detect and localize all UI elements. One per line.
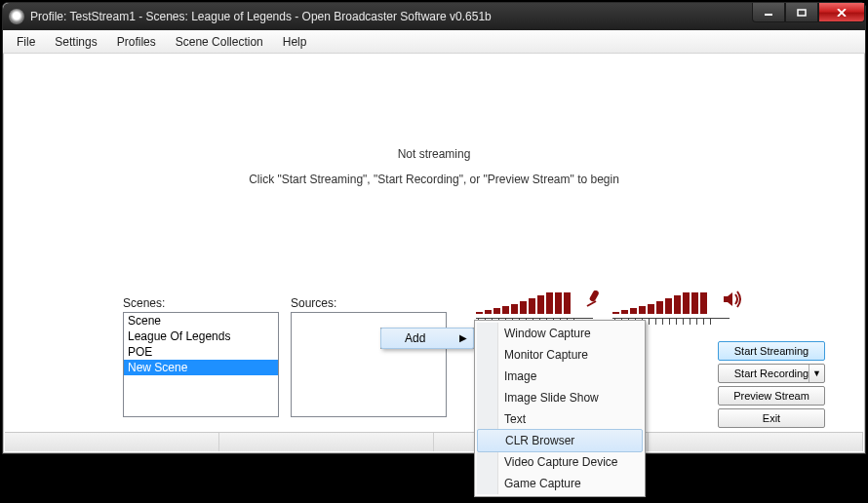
svg-rect-2 xyxy=(589,290,600,302)
menu-help[interactable]: Help xyxy=(273,31,317,53)
status-hint: Click "Start Streaming", "Start Recordin… xyxy=(4,173,864,186)
minimize-button[interactable] xyxy=(752,3,785,22)
submenu-arrow-icon: ▶ xyxy=(459,332,467,343)
context-menu-add: Add ▶ xyxy=(380,328,474,349)
preview-stream-button[interactable]: Preview Stream xyxy=(718,386,825,406)
svg-line-3 xyxy=(587,301,596,306)
speaker-icon[interactable] xyxy=(724,290,743,313)
window-controls xyxy=(752,3,865,22)
start-streaming-button[interactable]: Start Streaming xyxy=(718,341,825,361)
scene-item[interactable]: Scene xyxy=(124,313,278,329)
client-area: Not streaming Click "Start Streaming", "… xyxy=(3,54,865,453)
mic-meter xyxy=(476,292,571,314)
microphone-icon[interactable] xyxy=(585,290,603,315)
sources-label: Sources: xyxy=(291,296,447,310)
speaker-meter xyxy=(612,292,707,314)
status-cell xyxy=(649,433,863,451)
scene-item[interactable]: League Of Legends xyxy=(124,329,278,344)
context-source-item[interactable]: Monitor Capture xyxy=(477,344,643,366)
svg-rect-0 xyxy=(765,14,772,16)
scenes-listbox[interactable]: SceneLeague Of LegendsPOENew Scene xyxy=(123,312,279,417)
menu-file[interactable]: File xyxy=(7,31,45,53)
context-source-item[interactable]: Image Slide Show xyxy=(477,387,643,408)
close-button[interactable] xyxy=(818,3,865,22)
status-area: Not streaming Click "Start Streaming", "… xyxy=(4,147,864,186)
exit-label: Exit xyxy=(763,412,780,424)
statusbar xyxy=(5,432,863,451)
menu-settings[interactable]: Settings xyxy=(45,31,106,53)
status-cell xyxy=(219,433,434,451)
status-cell xyxy=(5,433,219,451)
record-dropdown-icon[interactable]: ▼ xyxy=(809,365,824,382)
status-text: Not streaming xyxy=(4,147,864,161)
scene-item[interactable]: New Scene xyxy=(124,360,278,375)
start-recording-label: Start Recording xyxy=(734,368,809,379)
maximize-button[interactable] xyxy=(785,3,818,22)
sources-column: Sources: xyxy=(291,296,447,425)
context-source-item[interactable]: Text xyxy=(477,408,643,430)
obs-icon xyxy=(9,9,24,24)
context-source-item[interactable]: CLR Browser xyxy=(477,429,643,452)
context-submenu-sources: Window CaptureMonitor CaptureImageImage … xyxy=(474,320,646,497)
menu-profiles[interactable]: Profiles xyxy=(107,31,166,53)
exit-button[interactable]: Exit xyxy=(718,408,825,428)
menu-scene-collection[interactable]: Scene Collection xyxy=(166,31,273,53)
svg-rect-1 xyxy=(798,10,806,16)
scene-item[interactable]: POE xyxy=(124,344,278,360)
context-source-item[interactable]: Game Capture xyxy=(477,473,643,494)
context-source-item[interactable]: Window Capture xyxy=(477,323,643,344)
titlebar: Profile: TestStream1 - Scenes: League of… xyxy=(3,3,865,30)
scenes-label: Scenes: xyxy=(123,296,279,310)
context-add-label: Add xyxy=(405,331,425,345)
context-source-item[interactable]: Video Capture Device xyxy=(477,451,643,473)
start-recording-button[interactable]: Start Recording ▼ xyxy=(718,364,825,383)
scenes-column: Scenes: SceneLeague Of LegendsPOENew Sce… xyxy=(123,296,279,425)
window-title: Profile: TestStream1 - Scenes: League of… xyxy=(30,10,492,23)
context-item-add[interactable]: Add ▶ xyxy=(380,328,474,349)
maximize-icon xyxy=(797,9,807,17)
obs-window: Profile: TestStream1 - Scenes: League of… xyxy=(2,2,866,454)
minimize-icon xyxy=(764,9,773,17)
context-source-item[interactable]: Image xyxy=(477,366,643,387)
start-streaming-label: Start Streaming xyxy=(734,345,809,357)
menubar: File Settings Profiles Scene Collection … xyxy=(3,30,865,54)
preview-stream-label: Preview Stream xyxy=(733,390,809,402)
close-icon xyxy=(837,9,847,17)
control-buttons: Start Streaming Start Recording ▼ Previe… xyxy=(718,341,825,428)
